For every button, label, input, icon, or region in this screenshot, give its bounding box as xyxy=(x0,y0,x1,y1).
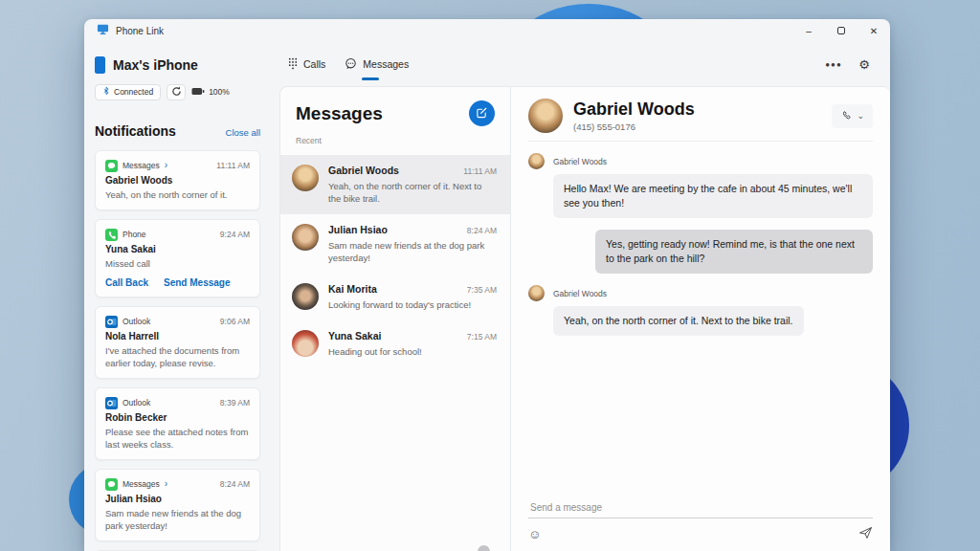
dialpad-icon xyxy=(288,57,298,72)
tab-bar: Calls Messages ●●● ⚙ xyxy=(271,42,890,86)
avatar xyxy=(292,283,319,310)
more-icon: ●●● xyxy=(825,60,842,69)
outlook-app-icon xyxy=(105,396,118,408)
notification-body: Yeah, on the north corner of it. xyxy=(105,188,250,201)
maximize-button[interactable] xyxy=(825,19,858,42)
phone-link-icon xyxy=(97,22,109,39)
conversation-item[interactable]: Kai Morita 7:35 AM Looking forward to to… xyxy=(280,274,510,320)
active-tab-indicator xyxy=(362,77,379,80)
device-info[interactable]: Max's iPhone xyxy=(95,55,260,76)
notification-time: 9:06 AM xyxy=(220,317,250,326)
conversation-item[interactable]: Julian Hsiao 8:24 AM Sam made new friend… xyxy=(280,214,510,274)
new-message-button[interactable] xyxy=(469,100,495,126)
notification-app-name: Messages xyxy=(122,161,160,170)
bluetooth-icon xyxy=(102,85,110,99)
conversation-time: 8:24 AM xyxy=(467,226,497,235)
battery-percent-label: 100% xyxy=(209,87,230,97)
contact-avatar xyxy=(528,99,563,133)
close-all-link[interactable]: Close all xyxy=(226,127,260,138)
avatar xyxy=(292,224,319,251)
conversation-name: Gabriel Woods xyxy=(328,165,399,176)
iphone-icon xyxy=(95,56,105,74)
call-button[interactable]: ⌄ xyxy=(832,104,873,128)
notification-app-name: Outlook xyxy=(122,317,150,326)
messages-list-panel: Messages Recent Gabriel Woods xyxy=(280,87,510,551)
chevron-right-icon: › xyxy=(165,162,167,169)
outlook-app-icon xyxy=(105,315,118,327)
connection-status-label: Connected xyxy=(114,87,153,97)
title-bar: Phone Link – ✕ xyxy=(84,19,890,42)
maximize-icon xyxy=(837,27,845,34)
notifications-heading: Notifications xyxy=(95,123,176,139)
sender-name: Gabriel Woods xyxy=(553,289,607,298)
gear-icon: ⚙ xyxy=(858,57,870,72)
conversation-name: Yuna Sakai xyxy=(328,330,381,342)
notification-body: I've attached the documents from earlier… xyxy=(105,344,250,369)
more-button[interactable]: ●●● xyxy=(821,53,846,76)
chevron-right-icon: › xyxy=(165,480,167,488)
messages-app-icon xyxy=(105,477,118,490)
notification-time: 9:24 AM xyxy=(220,230,250,239)
notification-time: 8:39 AM xyxy=(220,398,250,408)
message-input[interactable] xyxy=(528,497,873,518)
notification-app-name: Outlook xyxy=(122,398,150,408)
scroll-indicator xyxy=(478,545,490,551)
send-icon xyxy=(858,526,873,542)
message-composer: ☺ xyxy=(511,497,890,551)
conversation-name: Kai Morita xyxy=(328,283,377,295)
recent-section-label: Recent xyxy=(296,136,495,145)
chat-messages: Gabriel Woods Hello Max! We are meeting … xyxy=(511,142,890,497)
phone-link-window: Phone Link – ✕ Max's iPhone Connected xyxy=(84,19,890,551)
conversation-item[interactable]: Gabriel Woods 11:11 AM Yeah, on the nort… xyxy=(280,155,510,214)
notification-card[interactable]: Messages › 11:11 AM Gabriel Woods Yeah, … xyxy=(95,150,260,210)
compose-icon xyxy=(476,106,488,121)
app-title: Phone Link xyxy=(116,26,164,36)
conversation-time: 7:35 AM xyxy=(467,285,497,295)
notification-card[interactable]: Outlook 9:06 AM Nola Harrell I've attach… xyxy=(95,306,260,379)
sender-name: Gabriel Woods xyxy=(553,157,607,166)
send-button[interactable] xyxy=(858,526,873,542)
sidebar: Max's iPhone Connected xyxy=(84,42,271,551)
contact-number: (415) 555-0176 xyxy=(573,121,695,132)
notification-card[interactable]: Outlook 8:39 AM Robin Becker Please see … xyxy=(95,387,260,460)
device-status-row: Connected 100% xyxy=(95,83,260,100)
message-bubble: Yes, getting ready now! Remind me, is th… xyxy=(595,230,873,274)
notification-title: Gabriel Woods xyxy=(105,175,250,186)
notification-title: Julian Hsiao xyxy=(105,494,250,504)
conversation-time: 11:11 AM xyxy=(463,166,497,176)
conversation-time: 7:15 AM xyxy=(467,332,497,342)
avatar xyxy=(292,165,319,191)
notification-body: Please see the attached notes from last … xyxy=(105,426,250,451)
tab-calls[interactable]: Calls xyxy=(278,42,335,86)
conversation-item[interactable]: Yuna Sakai 7:15 AM Heading out for schoo… xyxy=(280,320,510,367)
outgoing-message-group: Yes, getting ready now! Remind me, is th… xyxy=(528,230,873,274)
notification-app-name: Messages xyxy=(122,479,160,489)
close-button[interactable]: ✕ xyxy=(858,19,890,42)
settings-button[interactable]: ⚙ xyxy=(852,53,877,76)
sync-button[interactable] xyxy=(167,84,186,100)
messages-app-icon xyxy=(105,159,118,171)
notification-title: Robin Becker xyxy=(105,412,250,423)
notification-title: Yuna Sakai xyxy=(105,244,250,254)
notification-list: Messages › 11:11 AM Gabriel Woods Yeah, … xyxy=(95,150,260,551)
notification-card[interactable]: Phone 9:24 AM Yuna Sakai Missed call Cal… xyxy=(95,219,260,298)
chevron-down-icon: ⌄ xyxy=(857,111,864,121)
notification-body: Sam made new friends at the dog park yes… xyxy=(105,507,250,532)
notification-time: 11:11 AM xyxy=(216,161,250,170)
chat-header: Gabriel Woods (415) 555-0176 ⌄ xyxy=(511,87,890,141)
emoji-button[interactable]: ☺ xyxy=(528,527,541,541)
message-bubble: Yeah, on the north corner of it. Next to… xyxy=(553,306,804,336)
messages-panel-title: Messages xyxy=(296,103,383,124)
refresh-icon xyxy=(171,85,182,99)
device-name: Max's iPhone xyxy=(113,57,198,73)
notification-card[interactable]: Messages › 8:24 AM Julian Hsiao Sam made… xyxy=(95,469,260,541)
phone-icon xyxy=(840,109,852,123)
minimize-button[interactable]: – xyxy=(792,19,825,42)
conversation-name: Julian Hsiao xyxy=(328,224,388,235)
battery-status: 100% xyxy=(191,86,230,99)
contact-name: Gabriel Woods xyxy=(573,99,695,120)
tab-messages[interactable]: Messages xyxy=(335,42,418,86)
message-bubble: Hello Max! We are meeting by the cafe in… xyxy=(553,174,873,218)
call-back-link[interactable]: Call Back xyxy=(105,277,148,288)
send-message-link[interactable]: Send Message xyxy=(164,277,230,288)
